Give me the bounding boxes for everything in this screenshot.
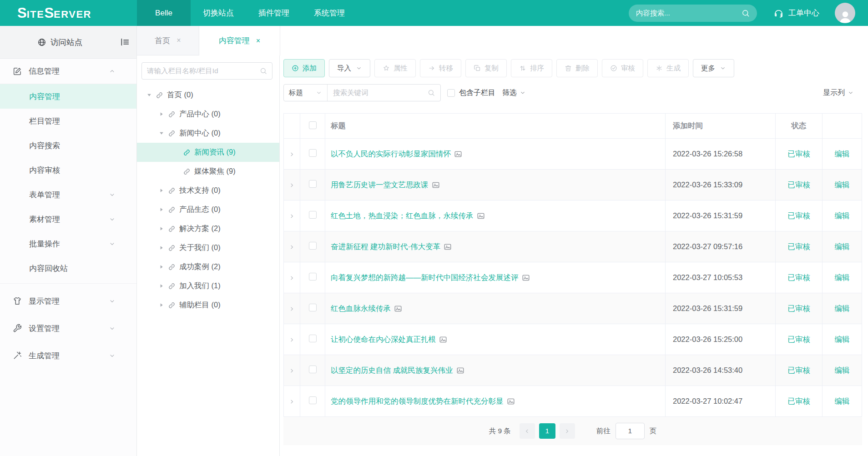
app-logo[interactable]: SITESERVER	[0, 5, 137, 21]
row-checkbox[interactable]	[309, 242, 317, 250]
content-title-link[interactable]: 奋进新征程 建功新时代·伟大变革	[331, 242, 452, 252]
caret-right-icon[interactable]	[158, 187, 165, 194]
caret-right-icon[interactable]	[158, 283, 165, 289]
toolbar-button[interactable]: 添加	[283, 59, 325, 77]
toolbar-button[interactable]: 生成	[647, 59, 689, 77]
keyword-input-box[interactable]	[328, 85, 440, 101]
row-expand-cell[interactable]	[284, 355, 300, 386]
current-page-button[interactable]: 1	[539, 423, 555, 439]
row-checkbox[interactable]	[309, 304, 317, 311]
sidebar-section[interactable]: 设置管理	[0, 315, 136, 342]
row-expand-cell[interactable]	[284, 293, 300, 324]
tree-item[interactable]: 技术支持 (0)	[137, 181, 279, 200]
sidebar-section[interactable]: 生成管理	[0, 342, 136, 369]
tree-item[interactable]: 新闻中心 (0)	[137, 124, 279, 143]
prev-page-button[interactable]	[520, 423, 535, 439]
caret-right-icon[interactable]	[158, 245, 165, 251]
row-edit-link[interactable]: 编辑	[823, 231, 862, 262]
toolbar-button[interactable]: 复制	[465, 59, 507, 77]
caret-right-icon[interactable]	[158, 206, 165, 213]
caret-down-icon[interactable]	[158, 130, 165, 136]
include-children-checkbox[interactable]	[447, 89, 455, 97]
tree-item[interactable]: 关于我们 (0)	[137, 238, 279, 257]
row-checkbox[interactable]	[309, 273, 317, 281]
content-title-link[interactable]: 红色土地，热血浸染；红色血脉，永续传承	[331, 211, 485, 221]
row-edit-link[interactable]: 编辑	[823, 170, 862, 200]
sidebar-item[interactable]: 内容搜索	[0, 133, 136, 158]
sidebar-item[interactable]: 表单管理	[0, 182, 136, 207]
row-expand-cell[interactable]	[284, 200, 300, 231]
content-title-link[interactable]: 用鲁艺历史讲一堂文艺思政课	[331, 180, 440, 190]
tree-item[interactable]: 首页 (0)	[137, 85, 279, 105]
row-expand-cell[interactable]	[284, 386, 300, 417]
row-expand-cell[interactable]	[284, 139, 300, 170]
content-search-box[interactable]	[629, 5, 757, 22]
sidebar-section-info[interactable]: 信息管理	[0, 59, 136, 84]
row-expand-cell[interactable]	[284, 324, 300, 355]
tree-item[interactable]: 新闻资讯 (9)	[137, 143, 279, 162]
row-checkbox[interactable]	[309, 149, 317, 157]
close-icon[interactable]: ×	[177, 36, 181, 45]
content-title-link[interactable]: 红色血脉永续传承	[331, 304, 402, 314]
toolbar-button[interactable]: 更多	[693, 59, 734, 77]
caret-right-icon[interactable]	[158, 225, 165, 232]
collapse-sidebar-icon[interactable]	[120, 37, 130, 47]
row-checkbox[interactable]	[309, 211, 317, 219]
search-icon[interactable]	[428, 89, 435, 96]
header-menu-item[interactable]: 切换站点	[191, 0, 246, 26]
current-site-button[interactable]: Belle	[137, 0, 191, 26]
tree-item[interactable]: 产品生态 (0)	[137, 200, 279, 219]
tree-item[interactable]: 媒体聚焦 (9)	[137, 162, 279, 181]
filter-dropdown[interactable]: 筛选	[502, 88, 526, 98]
sidebar-section[interactable]: 显示管理	[0, 287, 136, 315]
sidebar-item[interactable]: 内容管理	[0, 84, 136, 109]
toolbar-button[interactable]: 转移	[420, 59, 461, 77]
sidebar-item[interactable]: 内容审核	[0, 158, 136, 182]
sidebar-item[interactable]: 素材管理	[0, 207, 136, 231]
user-avatar[interactable]	[835, 3, 855, 23]
next-page-button[interactable]	[560, 423, 575, 439]
visit-site-button[interactable]: 访问站点	[0, 26, 136, 59]
tree-item[interactable]: 成功案例 (2)	[137, 257, 279, 276]
sidebar-item[interactable]: 内容回收站	[0, 256, 136, 281]
row-edit-link[interactable]: 编辑	[823, 139, 862, 170]
caret-right-icon[interactable]	[158, 302, 165, 308]
tab-home[interactable]: 首页 ×	[137, 26, 199, 55]
toolbar-button[interactable]: 属性	[374, 59, 416, 77]
row-checkbox[interactable]	[309, 366, 317, 373]
content-title-link[interactable]: 让初心使命在内心深处真正扎根	[331, 335, 447, 345]
close-icon[interactable]: ×	[256, 37, 260, 45]
channel-search-input[interactable]	[147, 67, 260, 75]
display-columns-dropdown[interactable]: 显示列	[823, 88, 862, 98]
header-menu-item[interactable]: 系统管理	[302, 0, 357, 26]
content-title-link[interactable]: 以坚定的历史自信 成就民族复兴伟业	[331, 366, 464, 376]
row-edit-link[interactable]: 编辑	[823, 324, 862, 355]
row-edit-link[interactable]: 编辑	[823, 293, 862, 324]
ticket-center-button[interactable]: 工单中心	[773, 8, 819, 18]
goto-page-input[interactable]	[616, 423, 645, 439]
sidebar-item[interactable]: 批量操作	[0, 231, 136, 256]
sidebar-item[interactable]: 栏目管理	[0, 109, 136, 133]
row-expand-cell[interactable]	[284, 170, 300, 200]
row-edit-link[interactable]: 编辑	[823, 386, 862, 417]
search-icon[interactable]	[260, 67, 267, 75]
select-all-checkbox[interactable]	[309, 121, 317, 129]
include-children-option[interactable]: 包含子栏目	[447, 88, 495, 98]
toolbar-button[interactable]: 排序	[511, 59, 552, 77]
row-checkbox[interactable]	[309, 396, 317, 404]
row-edit-link[interactable]: 编辑	[823, 200, 862, 231]
caret-right-icon[interactable]	[158, 264, 165, 270]
keyword-input[interactable]	[333, 89, 424, 97]
row-edit-link[interactable]: 编辑	[823, 262, 862, 293]
tree-item[interactable]: 加入我们 (1)	[137, 276, 279, 296]
search-field-select[interactable]: 标题	[284, 85, 328, 101]
toolbar-button[interactable]: 删除	[556, 59, 598, 77]
row-expand-cell[interactable]	[284, 231, 300, 262]
row-checkbox[interactable]	[309, 180, 317, 188]
tree-item[interactable]: 辅助栏目 (0)	[137, 296, 279, 315]
content-search-input[interactable]	[636, 9, 742, 17]
content-title-link[interactable]: 党的领导作用和党的领导制度优势在新时代充分彰显	[331, 396, 515, 406]
tab-content-management[interactable]: 内容管理 ×	[199, 26, 280, 55]
tree-item[interactable]: 产品中心 (0)	[137, 105, 279, 124]
row-expand-cell[interactable]	[284, 262, 300, 293]
